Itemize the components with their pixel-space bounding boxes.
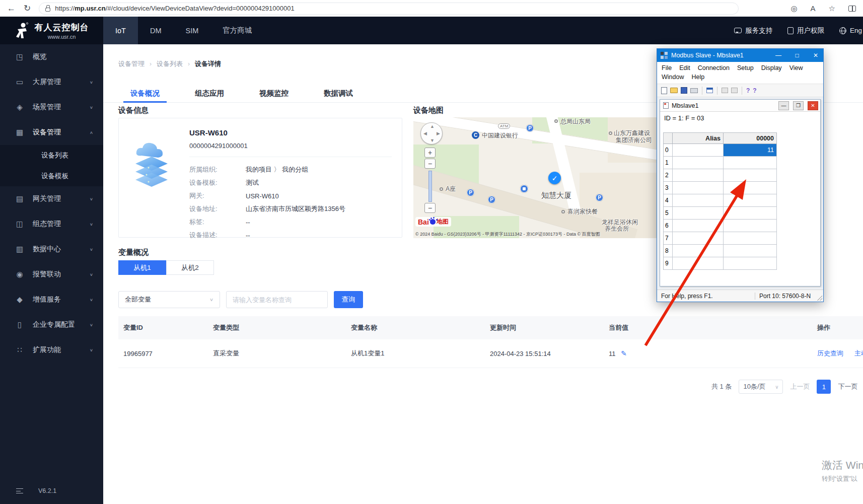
split-screen-icon[interactable] [848, 6, 856, 12]
service-support[interactable]: 服务支持 [734, 26, 772, 35]
prev-page-button[interactable]: 上一页 [790, 382, 810, 391]
next-page-button[interactable]: 下一页 [838, 382, 857, 391]
menu-view[interactable]: View [789, 64, 803, 71]
pan-left-icon[interactable]: ◀ [423, 131, 427, 136]
alias-cell[interactable] [673, 182, 724, 194]
locate-icon[interactable]: ◎ [790, 4, 797, 13]
alias-cell[interactable] [673, 207, 724, 220]
nav-item-mall[interactable]: 官方商城 [210, 17, 264, 44]
menu-file[interactable]: File [662, 64, 672, 71]
history-query-link[interactable]: 历史查询 [817, 349, 843, 357]
value-cell[interactable] [724, 257, 777, 270]
value-cell[interactable] [724, 182, 777, 194]
slave-tab-2[interactable]: 从机2 [166, 260, 214, 275]
menu-setup[interactable]: Setup [737, 64, 754, 71]
page-size-select[interactable]: 10条/页 ∨ [739, 380, 783, 394]
value-cell[interactable] [724, 232, 777, 245]
sidebar-item-gateway-management[interactable]: ▤ 网关管理 ∨ [0, 186, 103, 211]
current-page-button[interactable]: 1 [817, 380, 831, 394]
tab-device-overview[interactable]: 设备概况 [118, 85, 172, 102]
sidebar-item-extended-functions[interactable]: ∷ 扩展功能 ∨ [0, 337, 103, 363]
menu-window[interactable]: Window [662, 74, 684, 81]
maximize-button[interactable]: □ [789, 49, 805, 62]
tab-data-debugging[interactable]: 数据调试 [312, 85, 365, 102]
value-cell-selected[interactable]: 11 [724, 144, 777, 157]
alias-cell[interactable] [673, 220, 724, 232]
menu-edit[interactable]: Edit [679, 64, 690, 71]
value-cell[interactable] [724, 194, 777, 207]
child-minimize-button[interactable]: — [778, 101, 789, 110]
nav-item-dm[interactable]: DM [138, 17, 174, 44]
map-zoom-in-button[interactable]: + [424, 148, 436, 158]
mbslave1-child-window[interactable]: Mbslave1 — ❐ ✕ ID = 1: F = 03 Alias 0000… [660, 99, 821, 286]
user-permissions[interactable]: 用户权限 [787, 26, 824, 35]
alias-cell[interactable] [673, 169, 724, 182]
map-pan-control[interactable]: ▲ ▼ ◀ ▶ [420, 122, 443, 145]
context-help-icon[interactable]: ? [753, 87, 756, 94]
value-cell[interactable] [724, 157, 777, 169]
read-aloud-icon[interactable]: A [811, 4, 816, 13]
pan-right-icon[interactable]: ▶ [437, 131, 440, 136]
map-zoom-slider[interactable] [428, 171, 432, 202]
modbus-slave-window[interactable]: Modbus Slave - Mbslave1 — □ ✕ File Edit … [657, 48, 824, 302]
open-file-icon[interactable] [670, 88, 678, 93]
variable-type-select[interactable]: 全部变量 ∨ [118, 291, 220, 308]
alias-cell[interactable] [673, 194, 724, 207]
variable-search-input[interactable] [226, 291, 328, 308]
sidebar-item-value-added-services[interactable]: ◆ 增值服务 ∨ [0, 287, 103, 312]
tab-configuration-app[interactable]: 组态应用 [183, 85, 236, 102]
nav-item-sim[interactable]: SIM [174, 17, 211, 44]
device-location-marker[interactable]: ✓ [548, 172, 561, 184]
search-button[interactable]: 查询 [334, 291, 363, 308]
slave-tab-1[interactable]: 从机1 [118, 260, 166, 275]
sidebar-item-scene-management[interactable]: ◈ 场景管理 ∨ [0, 95, 103, 120]
pan-down-icon[interactable]: ▼ [430, 138, 435, 143]
display-setup-icon[interactable] [706, 88, 713, 93]
child-restore-button[interactable]: ❐ [793, 101, 804, 110]
refresh-icon[interactable]: ↻ [24, 4, 31, 13]
device-map[interactable]: 总局山东局 ATM P C 中国建设银行 山东万鑫建设 集团济南公司 A座 P … [413, 117, 661, 238]
favorites-icon[interactable]: ☆ [829, 4, 835, 13]
child-titlebar[interactable]: Mbslave1 — ❐ ✕ [660, 100, 820, 112]
alias-cell[interactable] [673, 245, 724, 257]
language-switch[interactable]: Eng [839, 27, 862, 34]
print-icon[interactable] [690, 88, 698, 93]
map-zoom-out-button[interactable]: − [424, 159, 436, 169]
pan-up-icon[interactable]: ▲ [430, 124, 435, 129]
new-file-icon[interactable] [661, 87, 667, 94]
tab-video-monitoring[interactable]: 视频监控 [247, 85, 301, 102]
sidebar-item-overview[interactable]: ◳ 概览 [0, 44, 103, 69]
breadcrumb-item[interactable]: 设备列表 [157, 59, 183, 68]
sidebar-subitem-device-template[interactable]: 设备模板 [0, 166, 103, 186]
menu-connection[interactable]: Connection [698, 64, 730, 71]
value-cell[interactable] [724, 169, 777, 182]
resize-grip[interactable] [817, 296, 822, 301]
alias-cell[interactable] [673, 144, 724, 157]
back-icon[interactable]: ← [7, 4, 16, 13]
save-icon[interactable] [681, 87, 687, 94]
logo[interactable]: 有人云控制台 www.usr.cn [0, 17, 103, 44]
sidebar-item-data-center[interactable]: ▥ 数据中心 ∨ [0, 237, 103, 262]
nav-item-iot[interactable]: IoT [103, 17, 138, 44]
address-bar[interactable]: https://mp.usr.cn/#/cloud/device/ViewDev… [39, 3, 739, 15]
sidebar-item-alarm-linkage[interactable]: ◉ 报警联动 ∨ [0, 262, 103, 287]
url-text[interactable]: https://mp.usr.cn/#/cloud/device/ViewDev… [55, 5, 294, 12]
sidebar-item-configuration-management[interactable]: ◫ 组态管理 ∨ [0, 211, 103, 237]
value-cell[interactable] [724, 245, 777, 257]
connection-icon[interactable] [722, 88, 728, 93]
sidebar-item-enterprise-config[interactable]: ▯ 企业专属配置 ∨ [0, 312, 103, 337]
alias-cell[interactable] [673, 257, 724, 270]
alias-cell[interactable] [673, 157, 724, 169]
child-close-button[interactable]: ✕ [808, 101, 818, 110]
collapse-sidebar-icon[interactable] [16, 488, 23, 493]
active-collect-link[interactable]: 主动采集 [854, 349, 863, 357]
sidebar-item-device-management[interactable]: ▦ 设备管理 ∧ [0, 120, 103, 145]
help-icon[interactable]: ? [746, 87, 750, 94]
map-zoom-out-button[interactable]: − [424, 203, 436, 213]
disconnect-icon[interactable] [731, 88, 738, 93]
breadcrumb-item[interactable]: 设备管理 [118, 59, 145, 68]
edit-value-icon[interactable]: ✎ [621, 349, 627, 357]
modbus-titlebar[interactable]: Modbus Slave - Mbslave1 — □ ✕ [657, 49, 823, 62]
alias-cell[interactable] [673, 232, 724, 245]
value-cell[interactable] [724, 207, 777, 220]
